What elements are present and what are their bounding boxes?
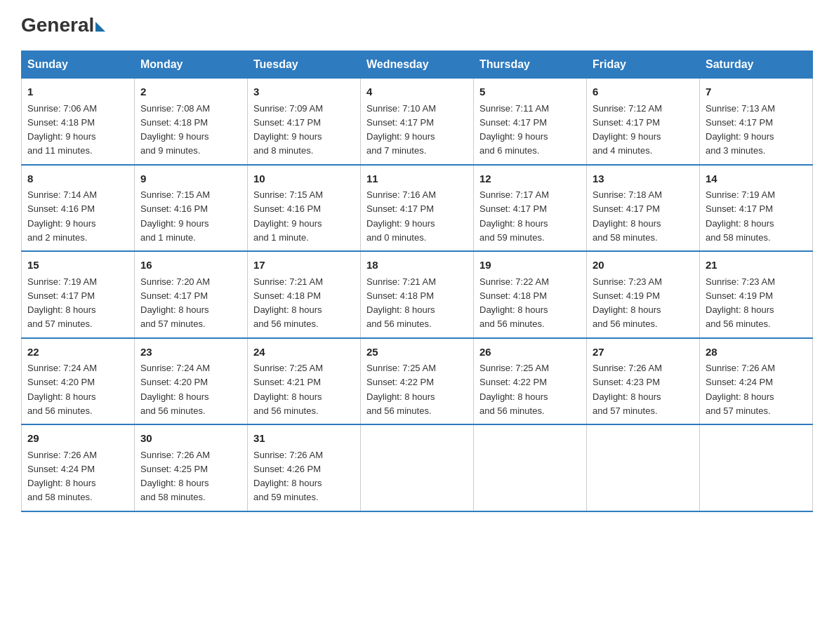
day-number: 28 bbox=[706, 344, 807, 361]
day-info: Sunrise: 7:24 AMSunset: 4:20 PMDaylight:… bbox=[140, 363, 210, 416]
day-info: Sunrise: 7:26 AMSunset: 4:24 PMDaylight:… bbox=[706, 363, 775, 416]
day-info: Sunrise: 7:17 AMSunset: 4:17 PMDaylight:… bbox=[479, 189, 549, 243]
day-info: Sunrise: 7:19 AMSunset: 4:17 PMDaylight:… bbox=[27, 276, 97, 330]
day-number: 24 bbox=[253, 344, 355, 361]
day-info: Sunrise: 7:16 AMSunset: 4:17 PMDaylight:… bbox=[366, 189, 436, 243]
calendar-week-row: 22 Sunrise: 7:24 AMSunset: 4:20 PMDaylig… bbox=[22, 338, 813, 425]
calendar-cell: 5 Sunrise: 7:11 AMSunset: 4:17 PMDayligh… bbox=[474, 79, 587, 165]
calendar-cell: 22 Sunrise: 7:24 AMSunset: 4:20 PMDaylig… bbox=[22, 338, 135, 425]
calendar-cell: 28 Sunrise: 7:26 AMSunset: 4:24 PMDaylig… bbox=[700, 338, 813, 425]
logo-arrow-icon bbox=[95, 22, 105, 32]
day-info: Sunrise: 7:26 AMSunset: 4:26 PMDaylight:… bbox=[253, 450, 323, 503]
day-info: Sunrise: 7:22 AMSunset: 4:18 PMDaylight:… bbox=[479, 276, 549, 330]
day-info: Sunrise: 7:10 AMSunset: 4:17 PMDaylight:… bbox=[366, 103, 436, 156]
day-number: 9 bbox=[140, 171, 241, 187]
day-number: 8 bbox=[27, 171, 128, 187]
col-header-thursday: Thursday bbox=[474, 51, 587, 79]
calendar-cell: 20 Sunrise: 7:23 AMSunset: 4:19 PMDaylig… bbox=[587, 251, 700, 338]
day-number: 18 bbox=[366, 257, 468, 274]
day-number: 13 bbox=[593, 171, 694, 187]
day-number: 15 bbox=[27, 257, 128, 274]
calendar-cell bbox=[587, 424, 700, 511]
calendar-cell: 2 Sunrise: 7:08 AMSunset: 4:18 PMDayligh… bbox=[135, 79, 248, 165]
calendar-cell: 27 Sunrise: 7:26 AMSunset: 4:23 PMDaylig… bbox=[587, 338, 700, 425]
day-number: 25 bbox=[366, 344, 468, 361]
col-header-friday: Friday bbox=[587, 51, 700, 79]
calendar-cell: 11 Sunrise: 7:16 AMSunset: 4:17 PMDaylig… bbox=[361, 165, 474, 252]
calendar-cell: 1 Sunrise: 7:06 AMSunset: 4:18 PMDayligh… bbox=[22, 79, 135, 165]
col-header-sunday: Sunday bbox=[22, 51, 135, 79]
day-info: Sunrise: 7:18 AMSunset: 4:17 PMDaylight:… bbox=[593, 189, 662, 243]
day-number: 10 bbox=[253, 171, 355, 187]
day-number: 11 bbox=[366, 171, 468, 187]
day-number: 3 bbox=[253, 84, 355, 100]
day-info: Sunrise: 7:11 AMSunset: 4:17 PMDaylight:… bbox=[479, 103, 549, 156]
day-info: Sunrise: 7:25 AMSunset: 4:21 PMDaylight:… bbox=[253, 363, 323, 416]
col-header-monday: Monday bbox=[135, 51, 248, 79]
day-number: 14 bbox=[706, 171, 807, 187]
day-number: 29 bbox=[27, 431, 128, 447]
day-info: Sunrise: 7:13 AMSunset: 4:17 PMDaylight:… bbox=[706, 103, 775, 156]
calendar-week-row: 15 Sunrise: 7:19 AMSunset: 4:17 PMDaylig… bbox=[22, 251, 813, 338]
calendar-cell: 12 Sunrise: 7:17 AMSunset: 4:17 PMDaylig… bbox=[474, 165, 587, 252]
day-info: Sunrise: 7:26 AMSunset: 4:24 PMDaylight:… bbox=[27, 450, 97, 503]
day-number: 4 bbox=[366, 84, 468, 100]
calendar-cell: 9 Sunrise: 7:15 AMSunset: 4:16 PMDayligh… bbox=[135, 165, 248, 252]
day-number: 6 bbox=[593, 84, 694, 100]
day-number: 19 bbox=[479, 257, 581, 274]
day-number: 27 bbox=[593, 344, 694, 361]
calendar-cell: 13 Sunrise: 7:18 AMSunset: 4:17 PMDaylig… bbox=[587, 165, 700, 252]
calendar-week-row: 1 Sunrise: 7:06 AMSunset: 4:18 PMDayligh… bbox=[22, 79, 813, 165]
day-info: Sunrise: 7:20 AMSunset: 4:17 PMDaylight:… bbox=[140, 276, 210, 330]
day-info: Sunrise: 7:12 AMSunset: 4:17 PMDaylight:… bbox=[593, 103, 662, 156]
day-number: 17 bbox=[253, 257, 355, 274]
day-info: Sunrise: 7:15 AMSunset: 4:16 PMDaylight:… bbox=[253, 189, 323, 243]
day-info: Sunrise: 7:14 AMSunset: 4:16 PMDaylight:… bbox=[27, 189, 97, 243]
calendar-header-row: SundayMondayTuesdayWednesdayThursdayFrid… bbox=[22, 51, 813, 79]
calendar-cell bbox=[474, 424, 587, 511]
calendar-cell: 15 Sunrise: 7:19 AMSunset: 4:17 PMDaylig… bbox=[22, 251, 135, 338]
calendar-cell: 7 Sunrise: 7:13 AMSunset: 4:17 PMDayligh… bbox=[700, 79, 813, 165]
day-number: 1 bbox=[27, 84, 128, 100]
day-number: 16 bbox=[140, 257, 241, 274]
calendar-cell: 31 Sunrise: 7:26 AMSunset: 4:26 PMDaylig… bbox=[248, 424, 361, 511]
day-info: Sunrise: 7:19 AMSunset: 4:17 PMDaylight:… bbox=[706, 189, 775, 243]
logo-general-text: General bbox=[21, 14, 94, 36]
calendar-cell: 19 Sunrise: 7:22 AMSunset: 4:18 PMDaylig… bbox=[474, 251, 587, 338]
calendar-cell: 30 Sunrise: 7:26 AMSunset: 4:25 PMDaylig… bbox=[135, 424, 248, 511]
calendar-cell: 29 Sunrise: 7:26 AMSunset: 4:24 PMDaylig… bbox=[22, 424, 135, 511]
col-header-wednesday: Wednesday bbox=[361, 51, 474, 79]
day-info: Sunrise: 7:09 AMSunset: 4:17 PMDaylight:… bbox=[253, 103, 323, 156]
day-number: 23 bbox=[140, 344, 241, 361]
day-info: Sunrise: 7:23 AMSunset: 4:19 PMDaylight:… bbox=[706, 276, 775, 330]
calendar-cell: 26 Sunrise: 7:25 AMSunset: 4:22 PMDaylig… bbox=[474, 338, 587, 425]
day-number: 2 bbox=[140, 84, 241, 100]
calendar-table: SundayMondayTuesdayWednesdayThursdayFrid… bbox=[21, 51, 813, 512]
calendar-cell: 4 Sunrise: 7:10 AMSunset: 4:17 PMDayligh… bbox=[361, 79, 474, 165]
day-number: 21 bbox=[706, 257, 807, 274]
calendar-week-row: 29 Sunrise: 7:26 AMSunset: 4:24 PMDaylig… bbox=[22, 424, 813, 511]
day-info: Sunrise: 7:21 AMSunset: 4:18 PMDaylight:… bbox=[366, 276, 436, 330]
calendar-cell: 18 Sunrise: 7:21 AMSunset: 4:18 PMDaylig… bbox=[361, 251, 474, 338]
calendar-cell: 3 Sunrise: 7:09 AMSunset: 4:17 PMDayligh… bbox=[248, 79, 361, 165]
day-number: 22 bbox=[27, 344, 128, 361]
calendar-cell bbox=[700, 424, 813, 511]
logo: General bbox=[21, 14, 107, 36]
day-info: Sunrise: 7:06 AMSunset: 4:18 PMDaylight:… bbox=[27, 103, 97, 156]
calendar-cell: 16 Sunrise: 7:20 AMSunset: 4:17 PMDaylig… bbox=[135, 251, 248, 338]
col-header-tuesday: Tuesday bbox=[248, 51, 361, 79]
day-info: Sunrise: 7:25 AMSunset: 4:22 PMDaylight:… bbox=[366, 363, 436, 416]
calendar-cell bbox=[361, 424, 474, 511]
calendar-week-row: 8 Sunrise: 7:14 AMSunset: 4:16 PMDayligh… bbox=[22, 165, 813, 252]
col-header-saturday: Saturday bbox=[700, 51, 813, 79]
day-info: Sunrise: 7:23 AMSunset: 4:19 PMDaylight:… bbox=[593, 276, 662, 330]
page-header: General bbox=[21, 14, 813, 36]
day-info: Sunrise: 7:24 AMSunset: 4:20 PMDaylight:… bbox=[27, 363, 97, 416]
calendar-cell: 14 Sunrise: 7:19 AMSunset: 4:17 PMDaylig… bbox=[700, 165, 813, 252]
day-number: 20 bbox=[593, 257, 694, 274]
calendar-cell: 17 Sunrise: 7:21 AMSunset: 4:18 PMDaylig… bbox=[248, 251, 361, 338]
calendar-cell: 8 Sunrise: 7:14 AMSunset: 4:16 PMDayligh… bbox=[22, 165, 135, 252]
calendar-cell: 10 Sunrise: 7:15 AMSunset: 4:16 PMDaylig… bbox=[248, 165, 361, 252]
calendar-cell: 6 Sunrise: 7:12 AMSunset: 4:17 PMDayligh… bbox=[587, 79, 700, 165]
day-info: Sunrise: 7:15 AMSunset: 4:16 PMDaylight:… bbox=[140, 189, 210, 243]
